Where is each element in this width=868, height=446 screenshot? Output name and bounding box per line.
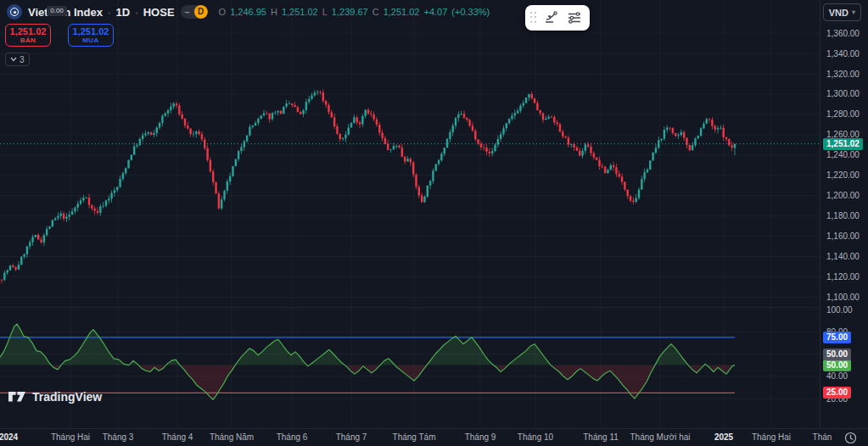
- chevron-down-icon: [10, 57, 17, 62]
- currency-label: VND: [829, 8, 848, 18]
- price-tick: 1,200.00: [826, 191, 860, 200]
- time-label-month: Tháng 3: [103, 432, 134, 442]
- time-label-month: Tháng Tám: [393, 432, 436, 442]
- polyline-tool-icon[interactable]: [539, 7, 563, 29]
- sell-price: 1,251.02: [6, 26, 50, 36]
- last-price-label: 1,251.02: [823, 138, 863, 150]
- time-axis[interactable]: 2024Tháng HaiTháng 3Tháng 4Tháng NămThán…: [0, 428, 868, 446]
- rsi-band-label: 50.00: [823, 360, 851, 371]
- time-label-month: Tháng Năm: [210, 432, 254, 442]
- rsi-band-label: 75.00: [823, 332, 851, 343]
- currency-button[interactable]: VND ▾: [823, 3, 861, 21]
- price-tick: 1,340.00: [826, 49, 860, 59]
- rsi-band-label: 25.00: [823, 387, 851, 399]
- rsi-band-label: 50.00: [823, 348, 851, 360]
- price-tick: 1,300.00: [826, 89, 860, 98]
- ohlc-readout: O1,246.95 H1,251.02 L1,239.67 C1,251.02 …: [219, 7, 490, 17]
- price-tick: 1,120.00: [826, 272, 860, 282]
- price-tick: 1,160.00: [826, 231, 860, 241]
- time-label-month: Tháng 6: [277, 432, 308, 442]
- price-tick: 1,180.00: [826, 211, 860, 220]
- symbol-logo-icon[interactable]: [7, 4, 22, 20]
- time-label-month: Tháng Hai: [752, 432, 791, 442]
- rsi-tick: 100.00: [826, 305, 853, 315]
- low-value: 1,239.67: [332, 7, 368, 17]
- drawing-toolbar: [525, 5, 590, 31]
- time-label-month: Tháng Hai: [51, 432, 90, 442]
- price-tick: 1,220.00: [826, 170, 860, 180]
- chart-canvas[interactable]: [0, 0, 820, 428]
- time-label-month: Tháng 9: [465, 432, 496, 442]
- tradingview-mark-icon: [8, 392, 27, 403]
- drag-handle-icon[interactable]: [529, 12, 539, 24]
- rsi-tick: 40.00: [826, 371, 848, 381]
- price-tick: 1,360.00: [826, 29, 860, 38]
- high-value: 1,251.02: [282, 7, 318, 17]
- price-tick: 1,280.00: [826, 109, 860, 119]
- close-value: 1,251.02: [384, 7, 420, 17]
- buy-button[interactable]: 1,251.02 MUA: [68, 24, 114, 47]
- time-label-month: Tháng 10: [518, 432, 553, 442]
- interval-value: 1D: [116, 6, 131, 19]
- price-tick: 1,140.00: [826, 252, 860, 261]
- time-label-month: Tháng 11: [583, 432, 619, 442]
- minus-icon: –: [181, 5, 194, 19]
- time-label-month: Tháng Mười hai: [630, 432, 690, 442]
- buy-price: 1,251.02: [69, 26, 113, 36]
- time-label-year: 2024: [0, 432, 18, 442]
- price-tick: 1,100.00: [826, 293, 860, 302]
- trading-chart-window: 1,360.001,340.001,320.001,300.001,280.00…: [0, 0, 868, 446]
- price-tick: 1,240.00: [826, 150, 860, 159]
- price-tick: 1,320.00: [826, 70, 860, 79]
- tradingview-logo[interactable]: TradingView: [8, 390, 102, 404]
- price-axis[interactable]: 1,360.001,340.001,320.001,300.001,280.00…: [820, 0, 868, 428]
- trade-panel: 1,251.02 BÁN 1,251.02 MUA: [5, 24, 114, 47]
- spread-value: 0.00: [47, 6, 67, 16]
- sell-label: BÁN: [6, 36, 50, 44]
- change-value: +4.07: [423, 7, 447, 17]
- interval-chip[interactable]: – D: [181, 5, 208, 19]
- time-label-month: Tháng 4: [162, 432, 193, 442]
- time-label-year: 2025: [714, 432, 733, 442]
- timezone-clock-icon[interactable]: [844, 432, 857, 444]
- time-label-month: Thán: [813, 432, 832, 442]
- sell-button[interactable]: 1,251.02 BÁN: [5, 24, 51, 47]
- buy-label: MUA: [69, 36, 113, 44]
- tradingview-logo-text: TradingView: [32, 390, 102, 404]
- indicator-settings-icon[interactable]: [563, 7, 586, 29]
- interval-badge: D: [194, 5, 208, 19]
- time-label-month: Tháng 7: [336, 432, 367, 442]
- symbol-header: Vietnam Index · 1D · HOSE – D O1,246.95 …: [7, 4, 490, 20]
- change-percent: (+0.33%): [451, 7, 490, 17]
- exchange-name: HOSE: [143, 6, 175, 19]
- collapse-indicators-button[interactable]: 3: [5, 53, 30, 66]
- collapse-count: 3: [20, 55, 25, 64]
- open-value: 1,246.95: [230, 7, 266, 17]
- caret-down-icon: ▾: [852, 8, 855, 16]
